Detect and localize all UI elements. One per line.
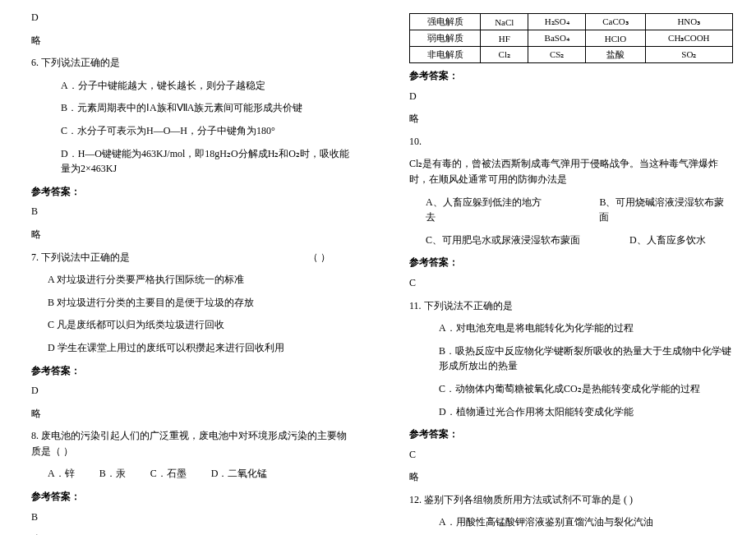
q9-omit: 略 (409, 111, 733, 127)
q10-option-c: C、可用肥皂水或尿液浸湿软布蒙面 (426, 233, 580, 248)
q7-answer: D (31, 383, 355, 399)
r2-c: HClO (586, 30, 645, 47)
q11-omit: 略 (409, 469, 733, 485)
q8-option-d: D．二氧化锰 (211, 466, 268, 482)
q8-answer-label: 参考答案： (31, 489, 355, 505)
q7-option-b: B 对垃圾进行分类的主要目的是便于垃圾的存放 (31, 295, 355, 311)
q12-stem: 12. 鉴别下列各组物质所用方法或试剂不可靠的是 ( ) (409, 492, 733, 508)
q10-stem: Cl₂是有毒的，曾被法西斯制成毒气弹用于侵略战争。当这种毒气弹爆炸时，在顺风处通… (409, 156, 733, 187)
r3-c: 盐酸 (586, 47, 645, 63)
r2-label: 弱电解质 (410, 30, 481, 47)
q12-option-a: A．用酸性高锰酸钾溶液鉴别直馏汽油与裂化汽油 (409, 514, 733, 530)
q10-row1: A、人畜应躲到低洼的地方去 B、可用烧碱溶液浸湿软布蒙面 (409, 195, 733, 225)
r3-b: CS₂ (528, 47, 586, 63)
q8-option-c: C．石墨 (150, 466, 187, 482)
q6-option-d: D．H—O键键能为463KJ/mol，即18gH₂O分解成H₂和O₂时，吸收能量… (31, 146, 355, 177)
q7-stem-row: 7. 下列说法中正确的是 （ ） (31, 250, 355, 265)
prev-answer-letter: D (31, 10, 355, 25)
r1-d: HNO₃ (645, 14, 732, 30)
q6-option-c: C．水分子可表示为H—O—H，分子中键角为180° (31, 123, 355, 139)
table-row: 非电解质 Cl₂ CS₂ 盐酸 SO₂ (410, 47, 733, 63)
q8-stem: 8. 废电池的污染引起人们的广泛重视，废电池中对环境形成污染的主要物质是（ ） (31, 428, 355, 459)
q11-option-c: C．动物体内葡萄糖被氧化成CO₂是热能转变成化学能的过程 (409, 381, 733, 397)
r1-a: NaCl (481, 14, 528, 30)
q10-num: 10. (409, 134, 733, 150)
q8-omit: 略 (31, 532, 355, 535)
r3-label: 非电解质 (410, 47, 481, 63)
q7-answer-label: 参考答案： (31, 363, 355, 379)
q7-blank: （ ） (308, 250, 330, 265)
r1-label: 强电解质 (410, 14, 481, 30)
q10-option-a: A、人畜应躲到低洼的地方去 (426, 195, 550, 225)
q7-option-c: C 凡是废纸都可以归为纸类垃圾进行回收 (31, 317, 355, 333)
q10-option-d: D、人畜应多饮水 (629, 233, 706, 248)
r3-d: SO₂ (645, 47, 732, 63)
q6-answer: B (31, 204, 355, 219)
right-column: 强电解质 NaCl H₂SO₄ CaCO₃ HNO₃ 弱电解质 HF BaSO₄… (378, 0, 756, 535)
q7-option-a: A 对垃圾进行分类要严格执行国际统一的标准 (31, 272, 355, 288)
q10-answer-label: 参考答案： (409, 255, 733, 270)
q10-answer: C (409, 275, 733, 291)
q7-stem: 7. 下列说法中正确的是 (31, 250, 130, 265)
q8-option-a: A．锌 (48, 466, 75, 482)
q11-option-a: A．对电池充电是将电能转化为化学能的过程 (409, 321, 733, 336)
q6-answer-label: 参考答案： (31, 184, 355, 200)
r2-b: BaSO₄ (528, 30, 586, 47)
q11-option-d: D．植物通过光合作用将太阳能转变成化学能 (409, 404, 733, 420)
r1-b: H₂SO₄ (528, 14, 586, 30)
table-row: 强电解质 NaCl H₂SO₄ CaCO₃ HNO₃ (410, 14, 733, 30)
left-column: D 略 6. 下列说法正确的是 A．分子中键能越大，键长越长，则分子越稳定 B．… (0, 0, 378, 535)
q7-option-d: D 学生在课堂上用过的废纸可以积攒起来进行回收利用 (31, 340, 355, 356)
q10-option-b: B、可用烧碱溶液浸湿软布蒙面 (599, 195, 733, 225)
q8-answer: B (31, 510, 355, 525)
q11-stem: 11. 下列说法不正确的是 (409, 298, 733, 314)
q11-option-b: B．吸热反应中反应物化学键断裂所吸收的热量大于生成物中化学键形成所放出的热量 (409, 344, 733, 374)
r1-c: CaCO₃ (586, 14, 645, 30)
q6-option-b: B．元素周期表中的ⅠA族和ⅦA族元素间可能形成共价键 (31, 100, 355, 116)
q9-answer: D (409, 89, 733, 104)
r2-d: CH₃COOH (645, 30, 732, 47)
q10-row2: C、可用肥皂水或尿液浸湿软布蒙面 D、人畜应多饮水 (409, 233, 733, 248)
q6-omit: 略 (31, 227, 355, 242)
q11-answer-label: 参考答案： (409, 427, 733, 442)
q7-omit: 略 (31, 406, 355, 422)
q8-option-b: B．汞 (99, 466, 126, 482)
r2-a: HF (481, 30, 528, 47)
prev-omit: 略 (31, 33, 355, 48)
q6-option-a: A．分子中键能越大，键长越长，则分子越稳定 (31, 78, 355, 94)
table-row: 弱电解质 HF BaSO₄ HClO CH₃COOH (410, 30, 733, 47)
q9-answer-label: 参考答案： (409, 68, 733, 84)
r3-a: Cl₂ (481, 47, 528, 63)
q6-stem: 6. 下列说法正确的是 (31, 55, 355, 71)
q9-data-table: 强电解质 NaCl H₂SO₄ CaCO₃ HNO₃ 弱电解质 HF BaSO₄… (409, 13, 733, 63)
q11-answer: C (409, 447, 733, 463)
q8-options: A．锌 B．汞 C．石墨 D．二氧化锰 (31, 466, 355, 482)
